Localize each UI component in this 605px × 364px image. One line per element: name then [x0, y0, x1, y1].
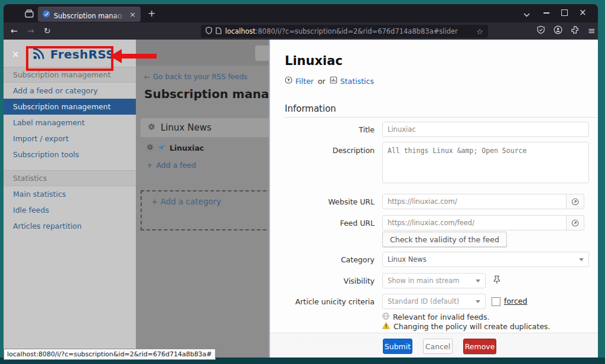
- feed-edit-panel: Linuxiac Filter or Statistics Informatio…: [269, 40, 598, 358]
- feed-url-input[interactable]: [382, 215, 567, 230]
- page-content: × FreshRSS Subscription management Add a…: [4, 40, 598, 358]
- firefox-view-icon[interactable]: [25, 9, 34, 20]
- go-back-link[interactable]: ← Go back to your RSS feeds: [144, 73, 248, 81]
- tab-close-icon[interactable]: ×: [129, 11, 136, 18]
- submit-button[interactable]: Submit: [383, 339, 412, 354]
- new-tab-button[interactable]: +: [148, 7, 155, 20]
- sidebar-close-icon[interactable]: ×: [12, 49, 19, 60]
- chevron-down-icon: [476, 300, 480, 303]
- title-input[interactable]: [382, 122, 589, 137]
- category-select[interactable]: Linux News: [382, 252, 589, 267]
- window-close-button[interactable]: ×: [579, 8, 587, 17]
- menu-icon[interactable]: ≡: [588, 27, 596, 35]
- back-button[interactable]: ←: [11, 25, 18, 36]
- plus-icon: +: [151, 197, 158, 206]
- topbar-button[interactable]: [255, 46, 269, 61]
- tab-bar: Subscription management × + ×: [4, 4, 598, 22]
- chevron-down-icon: [476, 280, 480, 282]
- sidebar-item-subscription-management[interactable]: Subscription management: [4, 99, 136, 115]
- maximize-button[interactable]: [561, 9, 568, 16]
- sidebar-item-import-export[interactable]: Import / export: [4, 131, 136, 147]
- tab-list-chevron-icon[interactable]: [523, 11, 530, 19]
- website-url-label: Website URL: [270, 197, 375, 206]
- panel-sublinks: Filter or Statistics: [285, 76, 374, 86]
- add-category-dropzone[interactable]: + Add a category: [141, 190, 269, 230]
- open-link-icon: [571, 219, 579, 227]
- description-textarea[interactable]: All things Linux &amp; Open Source: [382, 142, 589, 183]
- plus-icon: +: [147, 161, 152, 170]
- add-feed-link[interactable]: + Add a feed: [147, 161, 196, 170]
- feed-name: Linuxiac: [170, 144, 204, 152]
- check-validity-button[interactable]: Check the validity of the feed: [382, 232, 507, 247]
- visibility-select[interactable]: Show in main stream: [382, 273, 486, 288]
- sidebar-item-idle-feeds[interactable]: Idle feeds: [4, 202, 136, 218]
- feed-tree-title: Subscription management: [144, 87, 269, 101]
- feed-tree-topbar: [136, 40, 269, 66]
- unicity-label: Article unicity criteria: [270, 297, 375, 306]
- sidebar-item-articles-repartition[interactable]: Articles repartition: [4, 218, 136, 234]
- minimize-button[interactable]: [544, 8, 549, 14]
- bookmark-star-icon[interactable]: ☆: [476, 27, 483, 36]
- feed-row[interactable]: Linuxiac: [147, 144, 204, 152]
- filter-link[interactable]: Filter: [295, 77, 314, 86]
- panel-title: Linuxiac: [285, 54, 343, 68]
- feed-tree-column: ← Go back to your RSS feeds Subscription…: [136, 40, 269, 358]
- category-name: Linux News: [161, 122, 212, 133]
- info-icon: [382, 313, 389, 321]
- tab-title-fade: [114, 9, 123, 19]
- cancel-button[interactable]: Cancel: [423, 339, 453, 354]
- annotation-highlight-box: [26, 46, 113, 71]
- feed-url-label: Feed URL: [270, 219, 375, 228]
- browser-tab[interactable]: Subscription management ×: [38, 6, 141, 22]
- remove-button[interactable]: Remove: [463, 339, 496, 354]
- section-divider: [285, 117, 598, 118]
- filter-icon: [285, 76, 292, 86]
- linuxiac-favicon: [158, 144, 165, 152]
- status-bar-url: localhost:8080/i/?c=subscription&id=2&ri…: [4, 349, 216, 360]
- shield-icon[interactable]: [206, 27, 212, 36]
- tab-title: Subscription management: [54, 9, 123, 19]
- sidebar-item-subscription-tools[interactable]: Subscription tools: [4, 147, 136, 162]
- gear-icon[interactable]: [147, 144, 154, 152]
- information-section-title: Information: [285, 103, 336, 114]
- sidebar-item-main-statistics[interactable]: Main statistics: [4, 186, 136, 202]
- page-info-icon[interactable]: [216, 27, 222, 36]
- category-row[interactable]: Linux News: [141, 118, 269, 137]
- forward-button[interactable]: →: [27, 25, 34, 36]
- forced-label[interactable]: forced: [504, 297, 527, 306]
- open-website-button[interactable]: [566, 194, 584, 209]
- statistics-link[interactable]: Statistics: [340, 77, 374, 86]
- url-text: localhost:8080/i/?c=subscription&id=2&ri…: [225, 27, 458, 35]
- open-feed-button[interactable]: [566, 215, 584, 230]
- extensions-icon[interactable]: [571, 25, 580, 37]
- website-url-input[interactable]: [382, 194, 567, 209]
- sidebar-header-statistics: Statistics: [4, 170, 136, 186]
- pin-icon: [493, 275, 500, 287]
- warning-note: Changing the policy will create duplicat…: [382, 322, 550, 331]
- screen: Subscription management × + × ← → ↻: [0, 0, 605, 364]
- url-bar[interactable]: localhost:8080/i/?c=subscription&id=2&ri…: [201, 25, 488, 38]
- account-icon[interactable]: [554, 25, 562, 37]
- tracking-protection-badge-icon[interactable]: [536, 25, 545, 37]
- statistics-icon: [330, 76, 337, 86]
- open-link-icon: [571, 198, 579, 206]
- info-note: Relevant for invalid feeds.: [382, 313, 490, 321]
- reload-button[interactable]: ↻: [44, 25, 51, 36]
- form-action-bar: Submit Cancel Remove: [270, 333, 598, 358]
- back-arrow-icon: ←: [144, 73, 150, 81]
- tab-favicon: [43, 9, 50, 20]
- navigation-bar: ← → ↻ localhost:8080/i/?c=subscription&i…: [4, 22, 598, 40]
- annotation-arrow: [110, 49, 122, 63]
- unicity-select[interactable]: Standard ID (default): [382, 294, 486, 309]
- visibility-label: Visibility: [270, 277, 375, 285]
- sidebar-item-add-feed-or-category[interactable]: Add a feed or category: [4, 83, 136, 99]
- warning-icon: [382, 322, 390, 331]
- forced-checkbox[interactable]: [492, 297, 500, 306]
- gear-icon[interactable]: [148, 122, 155, 133]
- toolbar-icons: ≡: [536, 25, 596, 37]
- category-label: Category: [270, 255, 375, 264]
- chevron-down-icon: [579, 258, 584, 261]
- title-label: Title: [270, 125, 375, 134]
- sidebar-item-label-management[interactable]: Label management: [4, 115, 136, 131]
- annotation-arrow-shaft: [121, 54, 157, 58]
